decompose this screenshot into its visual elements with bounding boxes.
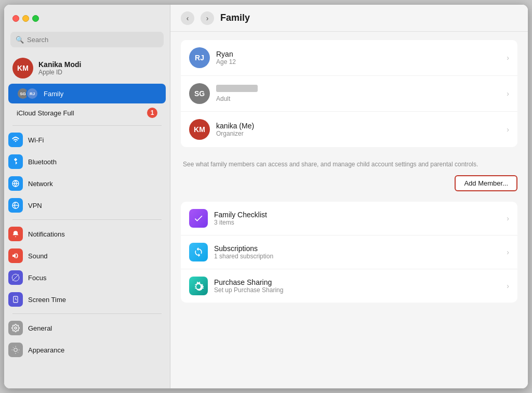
general-label: General xyxy=(28,324,52,332)
general-icon xyxy=(8,321,23,335)
member-row-kanika[interactable]: KM kanika (Me) Organizer › xyxy=(181,111,517,147)
sound-icon xyxy=(8,248,23,263)
traffic-lights xyxy=(12,15,39,22)
apple-id-name: Kanika Modi xyxy=(38,60,81,69)
family-avatar-rj: RJ xyxy=(26,87,38,100)
search-input[interactable] xyxy=(27,36,158,44)
feature-cards: Family Checklist 3 items › Subscriptions… xyxy=(181,202,517,303)
family-avatars: SG RJ xyxy=(17,87,38,100)
sidebar-divider-2 xyxy=(12,219,162,220)
member-role-ryan: Age 12 xyxy=(216,58,507,66)
sidebar-item-screen-time[interactable]: Screen Time xyxy=(4,289,170,310)
member-role-kanika: Organizer xyxy=(216,130,507,137)
avatar-ryan: RJ xyxy=(189,47,210,68)
subscriptions-sub: 1 shared subscription xyxy=(214,253,507,260)
sidebar-content: KM Kanika Modi Apple ID SG RJ Family iCl… xyxy=(4,53,170,388)
family-description: See what family members can access and s… xyxy=(181,153,517,175)
sidebar-item-notifications[interactable]: Notifications xyxy=(4,223,170,245)
checklist-sub: 3 items xyxy=(214,219,507,226)
member-row-sg[interactable]: SG Adult › xyxy=(181,75,517,111)
member-name-kanika: kanika (Me) xyxy=(216,122,507,130)
main-header: ‹ › Family xyxy=(170,5,528,32)
sound-label: Sound xyxy=(28,252,48,260)
sidebar-item-wifi[interactable]: Wi-Fi xyxy=(4,129,170,151)
add-member-button[interactable]: Add Member... xyxy=(455,175,517,191)
bluetooth-icon xyxy=(8,154,23,169)
sidebar-item-bluetooth[interactable]: Bluetooth xyxy=(4,151,170,173)
subscriptions-icon xyxy=(189,243,208,261)
checklist-info: Family Checklist 3 items xyxy=(214,211,507,226)
add-member-container: Add Member... xyxy=(181,175,517,191)
svg-line-7 xyxy=(13,347,14,348)
screen-time-icon xyxy=(8,292,23,307)
member-role-sg: Adult xyxy=(216,95,507,102)
sidebar-divider-3 xyxy=(12,313,162,314)
apple-id-subtitle: Apple ID xyxy=(38,69,81,76)
feature-card-subscriptions[interactable]: Subscriptions 1 shared subscription › xyxy=(181,235,517,269)
sidebar-item-focus[interactable]: Focus xyxy=(4,267,170,289)
checklist-name: Family Checklist xyxy=(214,211,507,219)
focus-icon xyxy=(8,270,23,285)
search-box[interactable]: 🔍 xyxy=(10,32,164,47)
svg-line-8 xyxy=(18,352,18,352)
sidebar-item-network[interactable]: Network xyxy=(4,173,170,194)
svg-point-4 xyxy=(14,348,18,352)
search-icon: 🔍 xyxy=(16,36,24,44)
focus-label: Focus xyxy=(28,274,46,282)
avatar-kanika: KM xyxy=(189,119,210,140)
sidebar-item-family[interactable]: SG RJ Family xyxy=(8,84,166,103)
maximize-button[interactable] xyxy=(32,15,39,22)
feature-card-purchase[interactable]: Purchase Sharing Set up Purchase Sharing… xyxy=(181,269,517,303)
titlebar xyxy=(4,5,170,32)
page-title: Family xyxy=(220,12,250,23)
purchase-info: Purchase Sharing Set up Purchase Sharing xyxy=(214,278,507,294)
main-panel: ‹ › Family RJ Ryan Age 12 › SG xyxy=(170,5,528,388)
notifications-icon xyxy=(8,227,23,241)
sidebar-item-sound[interactable]: Sound xyxy=(4,245,170,267)
checklist-icon xyxy=(189,209,208,228)
icloud-badge: 1 xyxy=(147,108,157,118)
member-info-kanika: kanika (Me) Organizer xyxy=(216,122,507,137)
forward-button[interactable]: › xyxy=(201,11,214,25)
wifi-label: Wi-Fi xyxy=(28,136,44,144)
chevron-checklist: › xyxy=(507,214,509,222)
sidebar-item-vpn[interactable]: VPN xyxy=(4,194,170,216)
apple-id-text: Kanika Modi Apple ID xyxy=(38,60,81,76)
close-button[interactable] xyxy=(12,15,19,22)
vpn-icon xyxy=(8,198,23,213)
sidebar-item-family-label: Family xyxy=(44,90,63,98)
appearance-label: Appearance xyxy=(28,346,64,354)
sidebar: 🔍 KM Kanika Modi Apple ID SG RJ F xyxy=(4,5,170,388)
icloud-label: iCloud Storage Full xyxy=(17,109,74,117)
avatar-km: KM xyxy=(12,58,33,78)
member-row-ryan[interactable]: RJ Ryan Age 12 › xyxy=(181,40,517,75)
member-name-ryan: Ryan xyxy=(216,50,507,58)
bluetooth-label: Bluetooth xyxy=(28,158,57,166)
subscriptions-info: Subscriptions 1 shared subscription xyxy=(214,244,507,260)
sidebar-item-appearance[interactable]: Appearance xyxy=(4,339,170,361)
member-name-sg-blurred xyxy=(216,85,258,92)
apple-id-row[interactable]: KM Kanika Modi Apple ID xyxy=(4,53,170,84)
chevron-subscriptions: › xyxy=(507,248,509,256)
notifications-label: Notifications xyxy=(28,230,65,238)
wifi-icon xyxy=(8,133,23,147)
appearance-icon xyxy=(8,343,23,357)
sidebar-divider-1 xyxy=(12,125,162,126)
main-content: RJ Ryan Age 12 › SG Adult › xyxy=(170,32,528,388)
chevron-purchase: › xyxy=(507,282,509,290)
network-icon xyxy=(8,176,23,191)
minimize-button[interactable] xyxy=(22,15,29,22)
screen-time-label: Screen Time xyxy=(28,296,66,304)
sidebar-item-general[interactable]: General xyxy=(4,317,170,339)
chevron-kanika: › xyxy=(507,125,509,134)
purchase-sub: Set up Purchase Sharing xyxy=(214,286,507,294)
network-label: Network xyxy=(28,180,53,188)
icloud-row[interactable]: iCloud Storage Full 1 xyxy=(8,103,166,122)
chevron-ryan: › xyxy=(507,54,509,62)
feature-card-checklist[interactable]: Family Checklist 3 items › xyxy=(181,202,517,235)
purchase-name: Purchase Sharing xyxy=(214,278,507,286)
subscriptions-name: Subscriptions xyxy=(214,244,507,253)
vpn-label: VPN xyxy=(28,202,42,209)
back-button[interactable]: ‹ xyxy=(181,11,194,25)
avatar-sg: SG xyxy=(189,83,210,104)
